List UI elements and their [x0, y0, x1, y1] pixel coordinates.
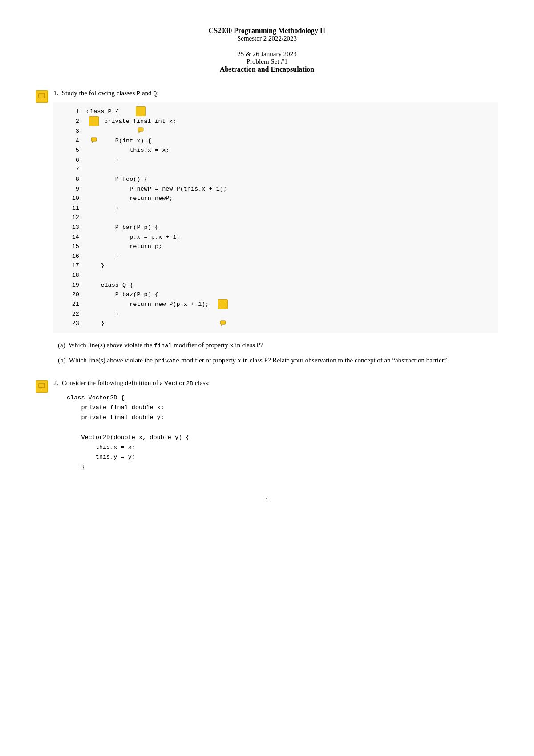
code-line-20: 20: P baz(P p) {: [67, 290, 498, 300]
sub-q-1b-label: (b): [58, 357, 66, 364]
line-num-18: 18:: [67, 271, 83, 280]
svg-rect-2: [138, 128, 143, 131]
course-title: CS2030 Programming Methodology II: [36, 27, 498, 35]
code-line-17: 17: }: [67, 261, 498, 271]
code-text-10: return newP;: [86, 194, 173, 203]
comment-small-icon-21: [220, 320, 226, 326]
code-text-23: }: [86, 319, 105, 329]
code-line-14: 14: p.x = p.x + 1;: [67, 232, 498, 242]
line-num-8: 8:: [67, 175, 83, 184]
line-num-13: 13:: [67, 223, 83, 232]
code-line-3: 3:: [67, 126, 498, 136]
svg-marker-1: [40, 98, 42, 100]
code-line-7: 7:: [67, 165, 498, 175]
line-num-11: 11:: [67, 203, 83, 213]
code-line-4: 4: P(int x) {: [67, 136, 498, 146]
question-1-text: 1. Study the following classes P and Q:: [53, 89, 498, 97]
svg-rect-6: [220, 321, 226, 324]
line-num-2: 2:: [67, 117, 83, 126]
annotation-line1[interactable]: [136, 106, 146, 116]
line-num-21: 21:: [67, 300, 83, 309]
code-line-2: 2: private final int x;: [67, 117, 498, 126]
code-line-10: 10: return newP;: [67, 194, 498, 203]
page-number: 1: [36, 496, 498, 504]
question-2-text: 2. Consider the following definition of …: [53, 379, 498, 387]
class-q-ref: Q: [153, 90, 157, 97]
question-1-annotation-icon[interactable]: [36, 90, 48, 103]
line-num-9: 9:: [67, 184, 83, 194]
code-line-8: 8: P foo() {: [67, 175, 498, 184]
page-header: CS2030 Programming Methodology II Semest…: [36, 27, 498, 73]
x-prop-ref-b: x: [237, 358, 241, 364]
line-num-23: 23:: [67, 319, 83, 329]
svg-marker-7: [221, 324, 222, 326]
sub-question-1b: (b) Which line(s) above violate the priv…: [58, 355, 498, 366]
line-num-6: 6:: [67, 155, 83, 165]
code-text-17: }: [86, 261, 105, 271]
svg-rect-0: [39, 93, 45, 98]
code-text-1: class P {: [86, 107, 133, 117]
question-2-annotation-icon[interactable]: [36, 380, 48, 393]
code-line-12: 12:: [67, 213, 498, 223]
line-num-15: 15:: [67, 242, 83, 252]
svg-marker-5: [92, 141, 93, 143]
comment-small-icon-1: [138, 127, 144, 134]
private-keyword: private: [154, 358, 180, 364]
line-num-5: 5:: [67, 146, 83, 155]
date: 25 & 26 January 2023: [36, 50, 498, 58]
code-text-11: }: [86, 203, 119, 213]
question-2-content: 2. Consider the following definition of …: [53, 379, 498, 479]
svg-rect-8: [39, 383, 45, 388]
comment-small-icon-2: [91, 137, 97, 143]
question-2-block: 2. Consider the following definition of …: [36, 379, 498, 479]
code-text-19: class Q {: [86, 280, 133, 290]
code-line-15: 15: return p;: [67, 242, 498, 252]
question-1-block: 1. Study the following classes P and Q: …: [36, 89, 498, 370]
code-line-13: 13: P bar(P p) {: [67, 223, 498, 232]
sub-q-1a-label: (a): [58, 341, 65, 349]
code-line-5: 5: this.x = x;: [67, 146, 498, 155]
annotation-line21[interactable]: [218, 299, 228, 309]
code-text-20: P baz(P p) {: [86, 290, 158, 300]
sub-questions-1: (a) Which line(s) above violate the fina…: [58, 340, 498, 366]
problem-set: Problem Set #1: [36, 58, 498, 65]
sub-question-1a: (a) Which line(s) above violate the fina…: [58, 340, 498, 351]
code-block-2: class Vector2D { private final double x;…: [67, 393, 498, 472]
line-num-17: 17:: [67, 261, 83, 271]
svg-rect-4: [91, 138, 97, 141]
code-block-1: 1: class P { 2: pr: [53, 102, 498, 333]
line-num-22: 22:: [67, 309, 83, 319]
code-line-16: 16: }: [67, 252, 498, 261]
comment-icon: [38, 93, 45, 100]
line-num-14: 14:: [67, 232, 83, 242]
code-line-9: 9: P newP = new P(this.x + 1);: [67, 184, 498, 194]
code-line-22: 22: }: [67, 309, 498, 319]
code-text-21: return new P(p.x + 1);: [86, 300, 216, 309]
line-num-12: 12:: [67, 213, 83, 223]
question-1-content: 1. Study the following classes P and Q: …: [53, 89, 498, 370]
line-num-19: 19:: [67, 280, 83, 290]
code-line-18: 18:: [67, 271, 498, 280]
code-text-8: P foo() {: [86, 175, 148, 184]
line-num-16: 16:: [67, 252, 83, 261]
semester: Semester 2 2022/2023: [36, 35, 498, 42]
code-line-23: 23: }: [67, 319, 498, 329]
line-num-1: 1:: [67, 107, 83, 117]
topic: Abstraction and Encapsulation: [36, 65, 498, 73]
line-num-4: 4:: [67, 136, 83, 146]
line-num-10: 10:: [67, 194, 83, 203]
svg-marker-9: [40, 388, 42, 390]
line-num-3: 3:: [67, 126, 83, 136]
code-line-21: 21: return new P(p.x + 1);: [67, 300, 498, 309]
vector2d-class-ref: Vector2D: [165, 380, 194, 387]
code-line-11: 11: }: [67, 203, 498, 213]
code-line-19: 19: class Q {: [67, 280, 498, 290]
code-line-1: 1: class P {: [67, 107, 498, 117]
svg-marker-3: [139, 131, 140, 133]
annotation-line2[interactable]: [89, 116, 99, 126]
final-keyword: final: [154, 342, 172, 349]
code-text-9: P newP = new P(this.x + 1);: [86, 184, 227, 194]
code-text-13: P bar(P p) {: [86, 223, 158, 232]
line-num-20: 20:: [67, 290, 83, 300]
class-p-ref: P: [137, 90, 140, 97]
